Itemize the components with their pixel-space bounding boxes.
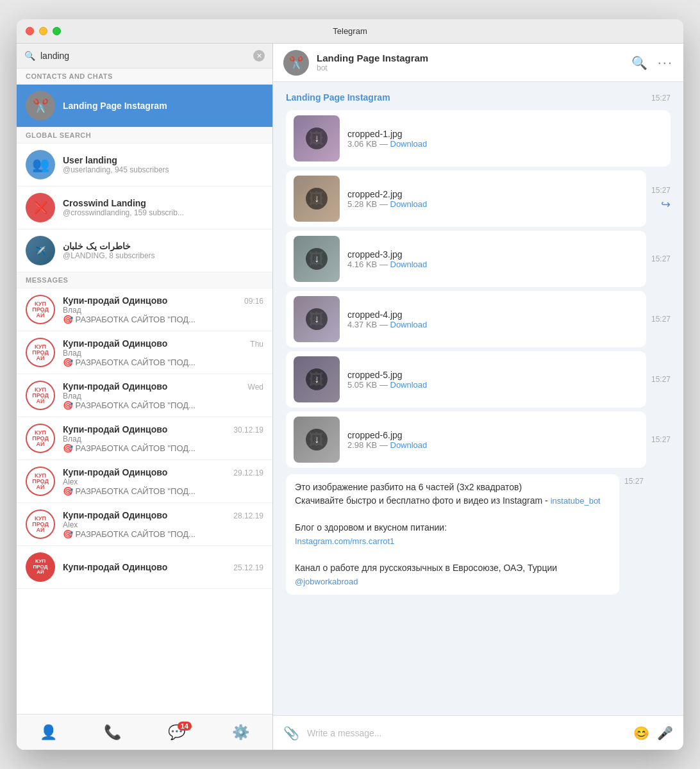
chat-time: Wed (248, 383, 263, 392)
chat-name: Купи-продай Одинцово (63, 424, 167, 434)
file-size-0: 3.06 KB — Download (347, 139, 663, 149)
avatar: КУППРОДАЙ (26, 467, 55, 496)
chat-name: Купи-продай Одинцово (63, 338, 167, 349)
msg-timestamp-3: 15:27 (651, 315, 671, 324)
download-link-0[interactable]: Download (390, 139, 428, 149)
chat-time: 28.12.19 (233, 511, 263, 520)
app-window: Telegram 🔍 landing ✕ CONTACTS AND CHATS … (17, 19, 683, 750)
avatar: КУППРОДАЙ (26, 295, 55, 324)
scissors-icon: ✂️ (33, 98, 49, 113)
instatube-link[interactable]: instatube_bot (551, 496, 601, 506)
close-button[interactable] (26, 27, 34, 35)
chat-panel: ✂️ Landing Page Instagram bot 🔍 ··· Land… (273, 44, 683, 750)
chat-info: خاطرات یک خلبان @LANDING, 8 subscribers (63, 241, 263, 260)
chat-info: Купи-продай Одинцово 28.12.19 Alex 🎯 РАЗ… (63, 510, 263, 539)
download-link-4[interactable]: Download (390, 380, 428, 390)
chat-header: ✂️ Landing Page Instagram bot 🔍 ··· (273, 44, 683, 82)
attach-button[interactable]: 📎 (283, 725, 299, 741)
chat-sender: Alex (63, 520, 263, 529)
download-link-2[interactable]: Download (390, 260, 428, 269)
download-link-3[interactable]: Download (390, 320, 428, 329)
search-input[interactable]: landing (40, 51, 248, 61)
download-link-5[interactable]: Download (390, 440, 428, 450)
msg-timestamp-5: 15:27 (651, 435, 671, 444)
message-item-2[interactable]: КУППРОДАЙ Купи-продай Одинцово Wed Влад … (17, 374, 272, 417)
global-result-khatirat[interactable]: ✈️ خاطرات یک خلبان @LANDING, 8 subscribe… (17, 229, 272, 272)
maximize-button[interactable] (53, 27, 61, 35)
chat-preview: 🎯 РАЗРАБОТКА САЙТОВ "ПОД... (63, 443, 263, 453)
chat-info: Купи-продай Одинцово 29.12.19 Alex 🎯 РАЗ… (63, 467, 263, 496)
search-clear-button[interactable]: ✕ (253, 50, 265, 62)
file-thumbnail-1: 🖼 ↓ (294, 176, 340, 222)
file-size-2: 4.16 KB — Download (347, 260, 638, 269)
message-item-4[interactable]: КУППРОДАЙ Купи-продай Одинцово 29.12.19 … (17, 460, 272, 503)
message-input[interactable] (307, 728, 626, 738)
msg-timestamp-1: 15:27 (651, 186, 671, 195)
chat-name: Купи-продай Одинцово (63, 562, 167, 572)
message-item-3[interactable]: КУППРОДАЙ Купи-продай Одинцово 30.12.19 … (17, 417, 272, 460)
download-icon-2[interactable]: ↓ (306, 248, 328, 270)
nav-calls[interactable]: 📞 (104, 724, 121, 741)
settings-icon: ⚙️ (232, 724, 249, 741)
global-result-user-landing[interactable]: 👥 User landing @userlanding, 945 subscri… (17, 144, 272, 186)
chat-header-info: Landing Page Instagram bot (317, 53, 624, 72)
download-link-1[interactable]: Download (390, 199, 428, 209)
download-icon-5[interactable]: ↓ (306, 429, 328, 451)
chat-name: Crosswind Landing (63, 198, 263, 208)
file-thumbnail-0: 🖼 ↓ (294, 115, 340, 161)
message-item-1[interactable]: КУППРОДАЙ Купи-продай Одинцово Thu Влад … (17, 331, 272, 374)
chats-badge: 14 (178, 722, 192, 731)
chat-header-avatar: ✂️ (283, 50, 309, 76)
download-icon-1[interactable]: ↓ (306, 188, 328, 210)
jobworkabroad-link[interactable]: @jobworkabroad (295, 577, 358, 586)
chat-preview: 🎯 РАЗРАБОТКА САЙТОВ "ПОД... (63, 529, 263, 539)
message-item-6[interactable]: КУППРОДАЙ Купи-продай Одинцово 25.12.19 (17, 546, 272, 589)
chat-preview: 🎯 РАЗРАБОТКА САЙТОВ "ПОД... (63, 401, 263, 410)
message-item-5[interactable]: КУППРОДАЙ Купи-продай Одинцово 28.12.19 … (17, 503, 272, 546)
chat-list: CONTACTS AND CHATS ✂️ Landing Page Insta… (17, 69, 272, 714)
main-content: 🔍 landing ✕ CONTACTS AND CHATS ✂️ Landin… (17, 44, 683, 750)
file-details-5: cropped-6.jpg 2.98 KB — Download (347, 430, 638, 450)
nav-settings[interactable]: ⚙️ (232, 724, 249, 741)
voice-button[interactable]: 🎤 (657, 725, 673, 741)
share-button[interactable]: ↪ (661, 197, 671, 211)
chat-item-landing-page-instagram[interactable]: ✂️ Landing Page Instagram (17, 85, 272, 128)
message-item-0[interactable]: КУППРОДАЙ Купи-продай Одинцово 09:16 Вла… (17, 288, 272, 331)
search-bar: 🔍 landing ✕ (17, 44, 272, 69)
download-icon-0[interactable]: ↓ (306, 128, 328, 149)
bottom-nav: 👤 📞 💬 14 ⚙️ (17, 714, 272, 750)
msg-timestamp-0: 15:27 (651, 94, 671, 103)
chat-name: Купи-продай Одинцово (63, 381, 167, 392)
chat-preview: 🎯 РАЗРАБОТКА САЙТОВ "ПОД... (63, 486, 263, 496)
messages-area: Landing Page Instagram 15:27 🖼 ↓ cropped… (273, 82, 683, 715)
chat-name: Купи-продай Одинцово (63, 510, 167, 520)
avatar: ❌ (26, 193, 55, 222)
download-icon-3[interactable]: ↓ (306, 308, 328, 330)
chat-time: Thu (250, 340, 263, 349)
avatar: КУППРОДАЙ (26, 509, 55, 539)
file-thumbnail-3: 🖼 ↓ (294, 296, 340, 342)
file-item-5: 🖼 ↓ cropped-6.jpg 2.98 KB — Download (286, 411, 646, 468)
file-details-1: cropped-2.jpg 5.28 KB — Download (347, 189, 638, 209)
chat-name: Купи-продай Одинцово (63, 467, 167, 477)
emoji-button[interactable]: 😊 (633, 725, 649, 741)
search-button[interactable]: 🔍 (631, 55, 647, 70)
app-title: Telegram (333, 26, 367, 36)
text-msg-timestamp: 15:27 (624, 474, 644, 486)
avatar: ✂️ (26, 91, 55, 120)
messages-section-header: MESSAGES (17, 272, 272, 288)
file-details-4: cropped-5.jpg 5.05 KB — Download (347, 370, 638, 390)
more-options-button[interactable]: ··· (658, 54, 673, 71)
chat-info: Crosswind Landing @crosswindlanding, 159… (63, 198, 263, 217)
avatar: КУППРОДАЙ (26, 338, 55, 367)
download-icon-4[interactable]: ↓ (306, 368, 328, 390)
chat-meta: @userlanding, 945 subscribers (63, 165, 263, 174)
mrs-carrot-link[interactable]: Instagram.com/mrs.carrot1 (295, 536, 394, 546)
nav-chats[interactable]: 💬 14 (168, 724, 185, 741)
chat-name: Landing Page Instagram (63, 101, 263, 111)
chat-info: Купи-продай Одинцово Wed Влад 🎯 РАЗРАБОТ… (63, 381, 263, 410)
global-result-crosswind-landing[interactable]: ❌ Crosswind Landing @crosswindlanding, 1… (17, 186, 272, 229)
minimize-button[interactable] (39, 27, 47, 35)
nav-contacts[interactable]: 👤 (40, 724, 57, 741)
avatar: ✈️ (26, 236, 55, 265)
